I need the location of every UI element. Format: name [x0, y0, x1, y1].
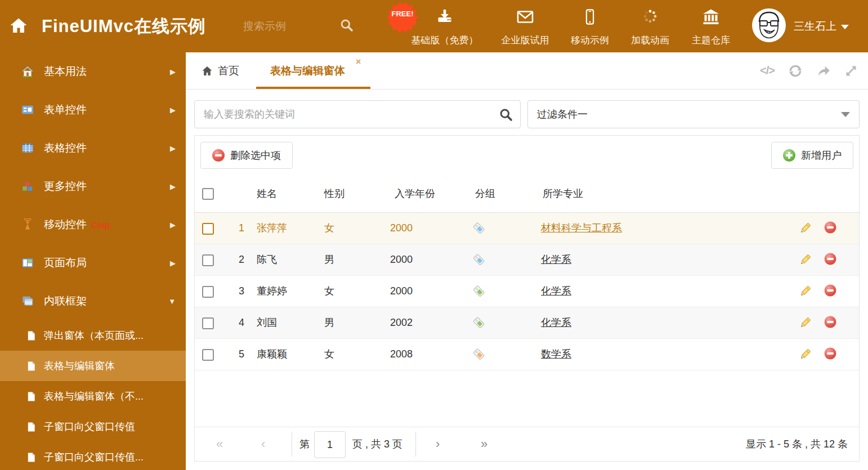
- add-user-button[interactable]: 新增用户: [771, 142, 853, 169]
- download-icon: [402, 8, 487, 32]
- column-header-gender[interactable]: 性别: [324, 175, 344, 212]
- select-all-checkbox[interactable]: [202, 188, 214, 200]
- last-page-button[interactable]: »: [481, 427, 487, 461]
- row-gender: 女: [324, 339, 334, 370]
- main-content: 首页 表格与编辑窗体 × </> 过滤条件一: [186, 52, 868, 470]
- column-header-major[interactable]: 所学专业: [543, 175, 583, 212]
- next-page-button[interactable]: ›: [436, 427, 440, 461]
- row-name: 张萍萍: [257, 213, 287, 244]
- edit-icon[interactable]: [798, 221, 812, 238]
- close-icon[interactable]: ×: [356, 57, 361, 67]
- forward-icon[interactable]: [816, 64, 831, 78]
- sidebar-item[interactable]: 内联框架 ▼: [0, 282, 186, 320]
- app-header: FineUIMvc在线示例 FREE! 基础版（免费） 企业版试用 移动示例 加…: [0, 0, 868, 52]
- keyword-search-input[interactable]: [195, 101, 511, 128]
- search-icon[interactable]: [498, 107, 513, 124]
- sidebar-subitem[interactable]: 子窗口向父窗口传值: [0, 411, 186, 442]
- tab-home[interactable]: 首页: [202, 52, 239, 89]
- active-tab-underline: [256, 87, 370, 89]
- refresh-icon[interactable]: [788, 64, 803, 78]
- row-checkbox[interactable]: [202, 223, 214, 235]
- column-header-name[interactable]: 姓名: [257, 175, 277, 212]
- edit-icon[interactable]: [798, 253, 812, 269]
- row-year: 2002: [390, 307, 413, 338]
- form-icon: [21, 104, 34, 116]
- edit-icon[interactable]: [798, 284, 812, 301]
- column-header-year[interactable]: 入学年份: [395, 175, 435, 212]
- tag-icon: [472, 347, 486, 364]
- sidebar-subitem[interactable]: 表格与编辑窗体: [0, 351, 186, 381]
- keyword-search-box: [194, 100, 521, 128]
- row-checkbox[interactable]: [202, 317, 214, 329]
- major-link[interactable]: 化学系: [541, 276, 571, 307]
- sidebar-item[interactable]: 基本用法 ▶: [0, 52, 186, 91]
- delete-icon[interactable]: [824, 347, 836, 362]
- antenna-icon: [21, 218, 34, 231]
- major-link[interactable]: 数学系: [541, 339, 571, 370]
- row-name: 陈飞: [257, 244, 277, 275]
- row-checkbox[interactable]: [202, 254, 214, 266]
- code-icon[interactable]: </>: [760, 64, 775, 77]
- major-link[interactable]: 化学系: [541, 244, 571, 275]
- sidebar-item[interactable]: 移动控件 Corp. ▶: [0, 205, 186, 244]
- row-year: 2000: [390, 276, 413, 307]
- grid-icon: [21, 142, 34, 154]
- row-year: 2008: [390, 339, 413, 370]
- chevron-right-icon: ▶: [170, 68, 176, 76]
- sidebar-subitem[interactable]: 表格与编辑窗体（不...: [0, 381, 186, 411]
- edit-icon[interactable]: [798, 316, 812, 332]
- sidebar-item[interactable]: 表格控件 ▶: [0, 129, 186, 167]
- sidebar: 基本用法 ▶ 表单控件 ▶ 表格控件 ▶ 更多控件 ▶ 移动控件 Corp. ▶…: [0, 52, 186, 470]
- sidebar-item[interactable]: 更多控件 ▶: [0, 167, 186, 205]
- column-header-group[interactable]: 分组: [475, 175, 495, 212]
- edit-icon[interactable]: [798, 347, 812, 364]
- chevron-right-icon: ▶: [170, 259, 176, 267]
- doc-icon: [26, 361, 36, 371]
- table-header: 姓名 性别 入学年份 分组 所学专业: [195, 175, 859, 213]
- app-title: FineUIMvc在线示例: [42, 0, 206, 52]
- row-number: 3: [230, 276, 244, 307]
- sidebar-item[interactable]: 页面布局 ▶: [0, 244, 186, 282]
- row-name: 康颖颖: [257, 339, 287, 370]
- row-number: 4: [230, 307, 244, 338]
- user-menu[interactable]: 三生石上: [794, 0, 849, 52]
- row-gender: 女: [324, 276, 334, 307]
- frames-icon: [21, 295, 34, 307]
- sidebar-subitem[interactable]: 弹出窗体（本页面或...: [0, 320, 186, 351]
- chevron-right-icon: ▶: [170, 106, 176, 114]
- sidebar-item[interactable]: 表单控件 ▶: [0, 91, 186, 129]
- pagination-bar: « ‹ 第 页 , 共 3 页 › » 显示 1 - 5 条 , 共 12 条: [195, 427, 859, 461]
- delete-icon[interactable]: [824, 316, 836, 330]
- page-number-input[interactable]: [314, 431, 346, 458]
- row-gender: 男: [324, 244, 334, 275]
- corp-badge: Corp.: [91, 220, 112, 230]
- delete-icon[interactable]: [824, 221, 836, 236]
- major-link[interactable]: 材料科学与工程系: [541, 213, 622, 244]
- header-nav-item[interactable]: 基础版（免费）: [402, 8, 487, 47]
- home-icon[interactable]: [9, 16, 28, 35]
- delete-selected-button[interactable]: 删除选中项: [200, 142, 293, 169]
- cubes-icon: [21, 180, 34, 193]
- filter-dropdown[interactable]: 过滤条件一: [527, 100, 860, 128]
- first-page-button[interactable]: «: [216, 427, 223, 461]
- sidebar-subitem[interactable]: 子窗口向父窗口传值...: [0, 442, 186, 470]
- header-nav-item[interactable]: 主题仓库: [669, 8, 753, 47]
- avatar[interactable]: [752, 8, 786, 42]
- grid-toolbar: 删除选中项 新增用户: [195, 136, 859, 175]
- doc-icon: [26, 452, 36, 462]
- tab-active[interactable]: 表格与编辑窗体: [270, 52, 345, 89]
- prev-page-button[interactable]: ‹: [261, 427, 265, 461]
- row-checkbox[interactable]: [202, 286, 214, 298]
- tag-icon: [472, 253, 486, 270]
- row-name: 刘国: [257, 307, 277, 338]
- plus-icon: [783, 149, 795, 162]
- delete-icon[interactable]: [824, 253, 836, 267]
- filter-dropdown-value: 过滤条件一: [537, 101, 588, 128]
- delete-icon[interactable]: [824, 284, 836, 299]
- chevron-down-icon: [841, 112, 850, 117]
- row-name: 董婷婷: [257, 276, 287, 307]
- major-link[interactable]: 化学系: [541, 307, 571, 338]
- row-checkbox[interactable]: [202, 349, 214, 361]
- expand-icon[interactable]: [844, 64, 858, 78]
- grid-panel: 删除选中项 新增用户 姓名 性别 入学年份 分组 所学专业 1 张萍萍 女 20…: [194, 135, 860, 462]
